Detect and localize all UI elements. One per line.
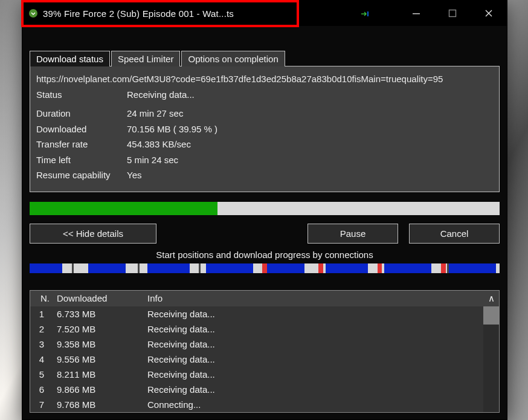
cancel-button[interactable]: Cancel (409, 224, 500, 244)
hide-details-button[interactable]: << Hide details (30, 224, 156, 244)
status-value: Receiving data... (127, 87, 195, 103)
duration-label: Duration (36, 106, 127, 121)
tab-strip: Download status Speed Limiter Options on… (30, 50, 500, 66)
transfer-rate-label: Transfer rate (36, 137, 127, 152)
status-label: Status (36, 87, 127, 103)
table-row[interactable]: 16.733 MBReceiving data... (30, 306, 499, 321)
tab-download-status[interactable]: Download status (30, 51, 110, 66)
scroll-up-icon[interactable]: ∧ (483, 291, 499, 306)
svg-point-0 (29, 9, 37, 18)
scrollbar-track[interactable] (483, 306, 499, 412)
connections-table: N. Downloaded Info ∧ 16.733 MBReceiving … (30, 290, 500, 413)
resume-capability-label: Resume capability (36, 167, 127, 183)
status-indicator-icon (361, 9, 370, 19)
resume-capability-value: Yes (127, 167, 141, 183)
segments-progress-bar (30, 263, 500, 273)
maximize-button[interactable] (434, 1, 471, 26)
close-button[interactable] (471, 1, 507, 26)
titlebar[interactable]: 39% Fire Force 2 (Sub) Episode 001 - Wat… (22, 1, 507, 26)
column-downloaded[interactable]: Downloaded (53, 291, 144, 306)
time-left-label: Time left (36, 152, 127, 168)
tab-options-on-completion[interactable]: Options on completion (181, 51, 285, 66)
table-row[interactable]: 49.556 MBReceiving data... (30, 352, 499, 367)
svg-rect-3 (449, 10, 456, 17)
scrollbar-thumb[interactable] (483, 306, 499, 325)
svg-rect-2 (413, 13, 420, 14)
connections-table-header: N. Downloaded Info ∧ (30, 291, 499, 306)
table-row[interactable]: 69.866 MBReceiving data... (30, 382, 499, 397)
minimize-button[interactable] (398, 1, 434, 26)
download-info-panel: https://novelplanet.com/GetM3U8?code=69e… (30, 66, 500, 192)
time-left-value: 5 min 24 sec (127, 152, 178, 168)
connections-table-body: 16.733 MBReceiving data... 27.520 MBRece… (30, 306, 499, 412)
table-row[interactable]: 58.211 MBReceiving data... (30, 367, 499, 382)
window-title: 39% Fire Force 2 (Sub) Episode 001 - Wat… (43, 8, 234, 19)
table-row[interactable]: 79.768 MBConnecting... (30, 397, 499, 412)
segments-label: Start positions and download progress by… (30, 250, 500, 260)
action-button-row: << Hide details Pause Cancel (30, 224, 500, 244)
tab-speed-limiter[interactable]: Speed Limiter (111, 51, 181, 66)
duration-value: 24 min 27 sec (127, 106, 183, 121)
idm-app-icon (28, 8, 38, 18)
pause-button[interactable]: Pause (307, 224, 398, 244)
download-progress-window: 39% Fire Force 2 (Sub) Episode 001 - Wat… (22, 0, 507, 420)
downloaded-value: 70.156 MB ( 39.95 % ) (127, 121, 217, 137)
downloaded-label: Downloaded (36, 121, 127, 137)
transfer-rate-value: 454.383 KB/sec (127, 137, 191, 152)
overall-progress-bar (30, 202, 500, 215)
table-row[interactable]: 27.520 MBReceiving data... (30, 321, 499, 337)
download-url: https://novelplanet.com/GetM3U8?code=69e… (36, 71, 493, 87)
svg-rect-1 (367, 11, 369, 16)
overall-progress-fill (30, 202, 217, 215)
column-number[interactable]: N. (30, 291, 53, 306)
table-row[interactable]: 39.358 MBReceiving data... (30, 337, 499, 352)
column-info[interactable]: Info (144, 291, 483, 306)
